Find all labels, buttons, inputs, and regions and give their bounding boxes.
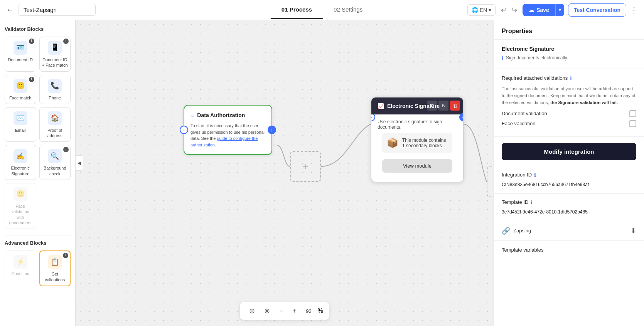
face-validation-label: Face validation: [502, 121, 535, 126]
workflow-title-input[interactable]: [19, 4, 96, 16]
advanced-blocks-title: Advanced Blocks: [5, 240, 71, 246]
doc-validation-checkbox[interactable]: [629, 110, 636, 117]
block-document-id[interactable]: i 🪪 Document ID: [5, 37, 36, 72]
save-button[interactable]: ☁ Save: [523, 4, 555, 16]
props-note: The last successful validation of your u…: [502, 85, 636, 106]
props-header: Properties: [494, 20, 644, 40]
template-id-label-row: Template ID ℹ: [502, 199, 636, 205]
cloud-icon: ☁: [529, 7, 534, 13]
email-icon: ✉️: [13, 111, 27, 125]
esign-copy-button[interactable]: ⧉: [427, 101, 437, 111]
block-badge: i: [29, 39, 34, 44]
undo-button[interactable]: ↩: [499, 4, 508, 16]
condition-icon: ⚡: [13, 255, 27, 269]
props-title: Properties: [502, 28, 532, 34]
integration-id-info-icon[interactable]: ℹ: [534, 172, 536, 178]
block-background-check[interactable]: i 🔍 Background check: [39, 145, 71, 180]
block-label: Face validation with government: [7, 203, 34, 225]
block-badge: i: [29, 77, 34, 82]
block-face-gov: 🙂 Face validation with government: [5, 183, 36, 229]
doc-id-icon: 🪪: [13, 41, 27, 55]
block-email[interactable]: ✉️ Email: [5, 107, 36, 142]
modify-integration-button[interactable]: Modify integration: [502, 143, 636, 160]
view-module-button[interactable]: View module: [382, 159, 452, 173]
share-button[interactable]: ⊗: [261, 305, 273, 317]
esign-body: Use electronic signature to sign documen…: [371, 114, 463, 182]
face-match-icon: 🙂: [13, 79, 27, 93]
more-options-button[interactable]: ⋮: [630, 5, 638, 15]
block-label: Phone: [49, 95, 61, 101]
props-esign-desc: ℹ Sign documents electronically.: [502, 54, 636, 62]
doc-validation-row: Document validation: [502, 110, 636, 117]
zoom-in-button[interactable]: +: [290, 306, 300, 317]
face-gov-icon: 🙂: [13, 187, 27, 201]
data-auth-node: + ≡ Data Authorization To start, it is n…: [184, 105, 272, 155]
integration-id-label: Integration ID: [502, 172, 532, 178]
lang-label: EN: [480, 7, 487, 13]
template-id-info-icon[interactable]: ℹ: [531, 200, 533, 205]
integration-id-label-row: Integration ID ℹ: [502, 172, 636, 178]
info-icon: ℹ: [502, 55, 504, 62]
add-node-1[interactable]: +: [290, 151, 321, 182]
test-conversation-button[interactable]: Test Conversation: [568, 3, 626, 17]
language-button[interactable]: 🌐 EN ▾: [467, 4, 496, 16]
block-label: Get validations: [42, 271, 68, 282]
zapsing-icon: 🔗: [502, 227, 510, 235]
nav-right: 🌐 EN ▾ ↩ ↪ ☁ Save ▾ Test Conversation ⋮: [467, 3, 638, 17]
save-button-group: ☁ Save ▾: [523, 4, 564, 16]
block-get-validations[interactable]: i 📋 Get validations: [39, 250, 71, 286]
block-esign[interactable]: ✍️ Electronic Signature: [5, 145, 36, 180]
zapsing-left: 🔗 Zapsing: [502, 227, 531, 235]
props-esign-section: Electronic Signature ℹ Sign documents el…: [494, 40, 644, 69]
zapsing-download-button[interactable]: ⬇: [631, 227, 636, 235]
data-auth-connector-left[interactable]: +: [180, 126, 188, 134]
main-layout: Validator Blocks i 🪪 Document ID i 📱 Doc…: [0, 20, 644, 326]
advanced-blocks-grid: ⚡ Condition i 📋 Get validations: [5, 250, 71, 286]
face-validation-checkbox[interactable]: [629, 120, 636, 127]
back-button[interactable]: ←: [6, 5, 14, 14]
add-node-2[interactable]: +: [487, 166, 494, 197]
secondary-block-icon: 📦: [387, 138, 398, 148]
integration-id-value: CIN83e835e46816ccb7656a3671fb4e93af: [502, 181, 636, 188]
esign-desc: Use electronic signature to sign documen…: [378, 119, 457, 130]
zoom-percent: %: [318, 308, 323, 314]
nav-tabs: 01 Process 02 Settings: [271, 1, 373, 19]
integration-id-section: Integration ID ℹ CIN83e835e46816ccb7656a…: [494, 166, 644, 194]
props-esign-title: Electronic Signature: [502, 46, 636, 52]
focus-button[interactable]: ⊕: [246, 305, 258, 317]
esign-actions: ⧉ ↻ 🗑: [427, 101, 460, 111]
block-label: Document ID: [8, 57, 33, 62]
save-dropdown-button[interactable]: ▾: [555, 4, 564, 16]
props-validations-label-row: Required attached validations ℹ: [502, 75, 636, 81]
block-badge: i: [63, 253, 68, 258]
block-label: Proof of address: [42, 128, 68, 139]
esign-secondary: 📦 This module contains 1 secondary block…: [382, 133, 452, 153]
redo-button[interactable]: ↪: [510, 4, 519, 16]
sidebar-collapse-button[interactable]: ◀: [76, 155, 83, 171]
esign-refresh-button[interactable]: ↻: [438, 101, 448, 111]
block-label: Email: [15, 128, 26, 133]
data-auth-connector-right[interactable]: +: [268, 126, 276, 134]
block-badge: i: [63, 39, 69, 44]
tab-process[interactable]: 01 Process: [271, 1, 323, 19]
canvas-toolbar: ⊕ ⊗ − + 92%: [240, 302, 329, 320]
block-document-id-face[interactable]: i 📱 Document ID + Face match: [39, 37, 71, 72]
doc-validation-label: Document validation: [502, 111, 547, 116]
esign-node: + 📈 Electronic Signature ⧉ ↻ 🗑 Use elect…: [371, 97, 464, 182]
template-vars-section: Template variables: [494, 241, 644, 259]
esign-delete-button[interactable]: 🗑: [450, 101, 460, 111]
zoom-out-button[interactable]: −: [276, 306, 287, 317]
block-proof-address[interactable]: 🏠 Proof of address: [39, 107, 71, 142]
esign-header-icon: 📈: [378, 103, 384, 109]
tab-settings[interactable]: 02 Settings: [323, 1, 373, 19]
top-nav: ← 01 Process 02 Settings 🌐 EN ▾ ↩ ↪ ☁ Sa…: [0, 0, 644, 20]
block-face-match[interactable]: i 🙂 Face match: [5, 75, 36, 104]
validations-label: Required attached validations: [502, 75, 568, 81]
data-auth-title: Data Authorization: [197, 112, 245, 118]
data-auth-header: ≡ Data Authorization: [191, 112, 265, 119]
face-validation-row: Face validation: [502, 120, 636, 127]
template-id-label: Template ID: [502, 199, 528, 205]
validations-info-icon[interactable]: ℹ: [570, 76, 572, 81]
block-phone[interactable]: 📞 Phone: [39, 75, 71, 104]
block-label: Face match: [9, 95, 31, 101]
